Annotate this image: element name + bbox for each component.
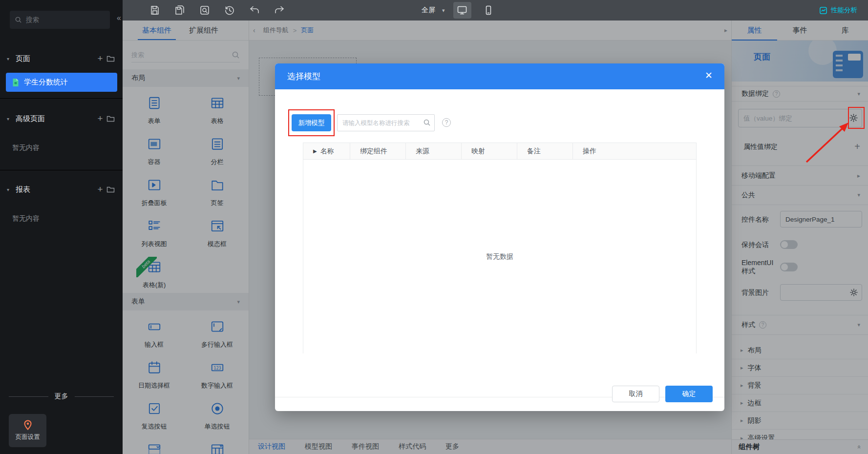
pages-section-label: 页面	[16, 54, 94, 63]
preview-icon[interactable]	[198, 4, 211, 17]
col-source: 来源	[406, 143, 462, 159]
chevron-down-icon[interactable]: ▾	[442, 7, 445, 14]
section-advanced-pages: ▾ 高级页面 +	[7, 111, 115, 126]
confirm-button[interactable]: 确定	[665, 386, 713, 402]
col-remark: 备注	[517, 143, 573, 159]
folder-icon[interactable]	[106, 115, 115, 123]
page-item-selected[interactable]: 学生分数统计	[6, 73, 117, 92]
reports-section-label: 报表	[16, 185, 94, 194]
page-settings-button[interactable]: 页面设置	[9, 414, 46, 447]
divider	[0, 98, 123, 99]
chevron-down-icon[interactable]: ▾	[7, 187, 14, 192]
save-all-icon[interactable]	[173, 4, 186, 17]
dialog-title: 选择模型	[287, 71, 320, 82]
model-table: ▶名称 绑定组件 来源 映射 备注 操作 暂无数据	[303, 143, 697, 353]
table-body: 暂无数据	[303, 160, 696, 353]
desktop-icon	[456, 4, 468, 16]
sidebar-search-input[interactable]	[26, 16, 89, 23]
sidebar-search[interactable]	[10, 11, 110, 29]
chevron-down-icon[interactable]: ▾	[7, 116, 14, 122]
folder-icon[interactable]	[106, 55, 115, 62]
performance-icon	[819, 6, 827, 15]
top-toolbar: 全屏 ▾ 性能分析	[123, 0, 868, 21]
dialog-header: 选择模型	[275, 63, 724, 89]
search-icon[interactable]	[423, 119, 431, 126]
section-reports: ▾ 报表 +	[7, 182, 115, 197]
reports-empty-text: 暂无内容	[12, 214, 123, 223]
fullscreen-select[interactable]: 全屏	[422, 6, 435, 15]
redo-icon[interactable]	[273, 4, 286, 17]
col-bound-component: 绑定组件	[350, 143, 406, 159]
add-advanced-page-button[interactable]: +	[94, 113, 106, 124]
performance-label: 性能分析	[831, 6, 857, 15]
advanced-pages-empty-text: 暂无内容	[12, 144, 123, 152]
page-settings-label: 页面设置	[16, 433, 40, 441]
performance-analysis-button[interactable]: 性能分析	[819, 0, 857, 21]
help-icon[interactable]: ?	[442, 118, 451, 127]
mobile-view-button[interactable]	[480, 2, 498, 19]
collapse-sidebar-icon[interactable]: «	[117, 14, 121, 22]
col-name[interactable]: ▶名称	[303, 143, 350, 159]
location-pin-icon	[23, 420, 32, 431]
col-actions: 操作	[573, 143, 696, 159]
advanced-pages-section-label: 高级页面	[16, 114, 94, 124]
empty-data-text: 暂无数据	[486, 252, 513, 261]
undo-icon[interactable]	[248, 4, 261, 17]
folder-icon[interactable]	[106, 186, 115, 193]
mobile-icon	[483, 4, 494, 16]
add-page-button[interactable]: +	[94, 53, 106, 64]
history-icon[interactable]	[223, 4, 236, 17]
page-item-label: 学生分数统计	[24, 78, 68, 87]
page-tree-sidebar: « ▾ 页面 + 学生分数统计 ▾ 高级页面 + 暂无内容 ▾ 报表 + 暂无内…	[0, 0, 123, 454]
page-file-icon	[12, 78, 20, 87]
search-icon	[15, 16, 22, 23]
add-report-button[interactable]: +	[94, 184, 106, 195]
more-divider: 更多	[0, 392, 123, 401]
add-model-button[interactable]: 新增模型	[292, 114, 331, 131]
chevron-down-icon[interactable]: ▾	[7, 56, 14, 62]
save-icon[interactable]	[148, 4, 161, 17]
close-icon[interactable]: ✕	[705, 71, 713, 80]
section-pages: ▾ 页面 +	[7, 51, 115, 66]
desktop-view-button[interactable]	[453, 2, 471, 19]
select-model-dialog: 选择模型 ✕ 新增模型 ? ▶名称 绑定组件 来源 映射 备注 操作 暂无数据 …	[275, 63, 724, 411]
more-label: 更多	[55, 392, 68, 401]
expand-caret-icon[interactable]: ▶	[313, 148, 317, 154]
col-mapping: 映射	[462, 143, 517, 159]
divider	[0, 170, 123, 170]
table-header-row: ▶名称 绑定组件 来源 映射 备注 操作	[303, 143, 696, 160]
model-search	[337, 114, 435, 131]
model-search-input[interactable]	[337, 114, 435, 131]
cancel-button[interactable]: 取消	[612, 386, 659, 402]
